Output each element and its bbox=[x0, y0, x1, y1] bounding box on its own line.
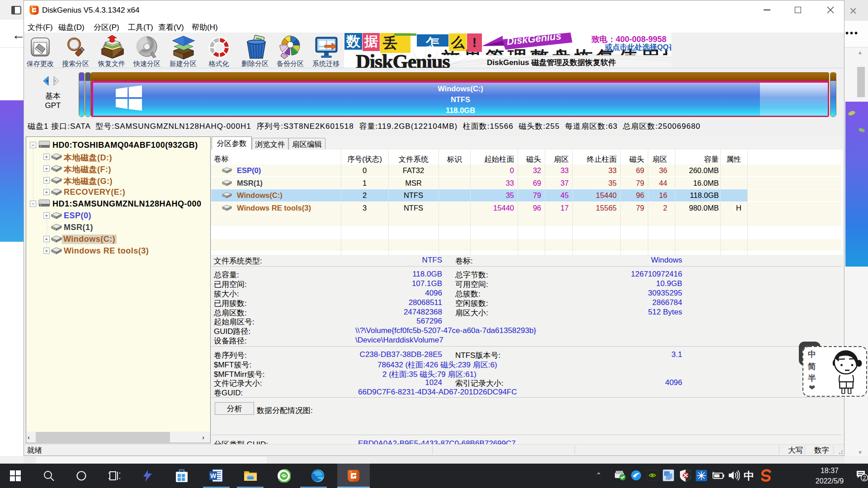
svg-text:intel: intel bbox=[665, 478, 670, 480]
svg-text:2: 2 bbox=[863, 475, 866, 481]
svg-text:W: W bbox=[210, 472, 217, 479]
